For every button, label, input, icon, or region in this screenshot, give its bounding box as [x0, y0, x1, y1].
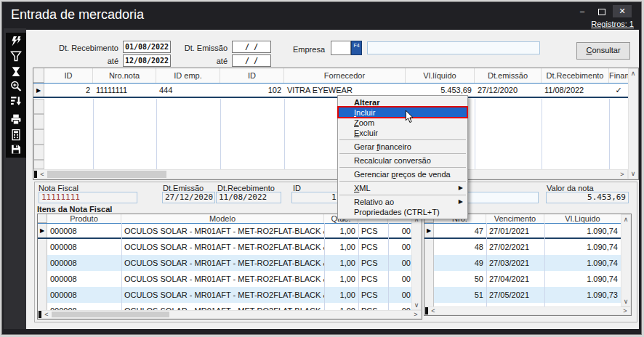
cell-un: PCS — [358, 255, 388, 271]
menu-item-propriedades[interactable]: Propriedades (CTRL+T) — [338, 207, 467, 217]
main-grid-header-fornecedor[interactable]: Fornecedor — [284, 68, 406, 83]
main-grid-header-id-emp[interactable]: ID emp. — [156, 68, 220, 83]
items-row-partial[interactable]: 000008 OCULOS SOLAR - MR01AFT - MET-RO2F… — [38, 303, 411, 310]
menu-item-excluir[interactable]: Excluir — [338, 128, 467, 138]
submenu-arrow-icon: ▶ — [459, 197, 463, 207]
items-header-produto[interactable]: Produto — [47, 214, 121, 223]
row-selector — [424, 239, 434, 255]
scroll-up-arrow[interactable]: ∧ — [629, 70, 637, 77]
row-selector — [424, 287, 434, 303]
row-marker: ▶ — [38, 224, 47, 237]
save-icon[interactable] — [9, 143, 23, 155]
scroll-down-arrow[interactable]: ∨ — [413, 301, 420, 309]
cell-nro: 50 — [434, 271, 486, 287]
scroll-left-arrow[interactable]: < — [43, 311, 50, 318]
itens-da-nota-fiscal-label: Itens da Nota Fiscal — [37, 205, 112, 214]
empresa-code-input[interactable] — [331, 41, 351, 55]
consultar-button[interactable]: Consultar — [576, 42, 630, 60]
cell-vl: 00 — [388, 224, 411, 237]
cell-modelo: OCULOS SOLAR - MR01AFT - MET-RO2FLAT-BLA… — [121, 303, 324, 310]
refresh-icon[interactable] — [9, 36, 23, 48]
main-grid-header-id[interactable]: ID — [44, 68, 93, 83]
empresa-f4-button[interactable]: F4 — [351, 41, 362, 55]
items-vscrollbar — [411, 214, 422, 310]
parcels-header-vl-liquido[interactable]: Vl.Liquido — [544, 214, 621, 223]
scroll-left-arrow[interactable]: < — [39, 171, 46, 178]
close-button[interactable]: ✕ — [613, 5, 632, 17]
parcels-row[interactable]: 48 27/02/2021 1.090,74 — [424, 239, 621, 255]
dt-emissao-ate-input[interactable]: / / — [232, 54, 271, 67]
main-grid-row-selected[interactable]: ▶ 2 11111111 444 102 VITRA EYEWEAR 5.453… — [33, 83, 628, 98]
parcels-row[interactable]: 50 27/04/2021 1.090,74 — [424, 271, 621, 287]
cell-modelo: OCULOS SOLAR - MR01AFT - MET-RO2FLAT-BLA… — [121, 287, 324, 303]
nota-fiscal-field: 11111111 — [39, 192, 137, 203]
main-grid-header-dt-emissao[interactable]: Dt.emissão — [475, 68, 542, 83]
parcels-row[interactable]: 51 27/05/2021 1.090,73 — [424, 287, 621, 303]
maximize-icon — [598, 9, 605, 15]
empty-selector-cell — [33, 129, 44, 145]
scroll-right-arrow[interactable]: > — [412, 311, 419, 318]
detail-dt-recebimento-field: 11/08/2022 — [216, 192, 281, 203]
hourglass-icon[interactable] — [9, 65, 23, 78]
scroll-thumb[interactable] — [47, 171, 166, 178]
sort-export-icon[interactable] — [9, 94, 23, 107]
scroll-right-arrow[interactable]: > — [619, 171, 626, 178]
cell-finan-check: ✓ — [609, 84, 628, 97]
cell-id: 2 — [44, 84, 93, 97]
dt-recebimento-ate-input[interactable]: 12/08/2022 — [123, 54, 171, 67]
ate-label-1: até — [97, 57, 118, 65]
items-row[interactable]: 000008 OCULOS SOLAR - MR01AFT - MET-RO2F… — [38, 255, 411, 271]
items-row[interactable]: ▶ 000008 OCULOS SOLAR - MR01AFT - MET-RO… — [38, 223, 411, 239]
splitter-handle[interactable] — [34, 171, 37, 178]
menu-separator — [339, 153, 466, 154]
main-grid-header-nro-nota[interactable]: Nro.nota — [93, 68, 156, 83]
main-grid-header-id2[interactable]: ID — [220, 68, 284, 83]
cell-qtde: 1,00 — [324, 287, 358, 303]
scroll-down-arrow[interactable]: ∨ — [629, 170, 637, 177]
cell-dt-recebimento: 11/08/2022 — [542, 84, 609, 97]
dt-emissao-de-input[interactable]: / / — [232, 41, 271, 53]
items-row[interactable]: 000008 OCULOS SOLAR - MR01AFT - MET-RO2F… — [38, 287, 411, 303]
main-grid-header-finan[interactable]: Finan — [609, 68, 628, 83]
calculator-icon[interactable] — [9, 129, 23, 141]
menu-item-xml[interactable]: XML▶ — [338, 183, 467, 193]
splitter-handle[interactable] — [39, 311, 41, 318]
scroll-right-arrow[interactable]: > — [621, 307, 629, 314]
cell-un: PCS — [358, 224, 388, 237]
maximize-button[interactable] — [592, 5, 611, 17]
print-icon[interactable] — [9, 113, 23, 126]
scroll-left-arrow[interactable]: < — [430, 307, 437, 314]
menu-item-zoom[interactable]: Zoom — [338, 118, 467, 128]
scroll-up-arrow[interactable]: ∧ — [622, 216, 629, 223]
cell-modelo: OCULOS SOLAR - MR01AFT - MET-RO2FLAT-BLA… — [121, 255, 324, 271]
main-grid-vscrollbar — [628, 68, 638, 179]
cell-vl: 00 — [388, 271, 411, 287]
menu-item-recalcular-conversao[interactable]: Recalcular conversão — [338, 155, 467, 166]
minimize-button[interactable]: – — [573, 5, 592, 17]
parcels-row[interactable]: ▶ 47 27/01/2021 1.090,74 — [424, 223, 621, 239]
scroll-thumb[interactable] — [52, 312, 169, 317]
dt-recebimento-de-input[interactable]: 01/08/2022 — [123, 41, 171, 53]
menu-separator — [339, 139, 466, 140]
menu-item-gerenciar-precos[interactable]: Gerenciar preços de venda — [338, 169, 467, 179]
filter-icon[interactable] — [9, 50, 23, 62]
items-row[interactable]: 000008 OCULOS SOLAR - MR01AFT - MET-RO2F… — [38, 271, 411, 287]
cell-un: PCS — [358, 287, 388, 303]
items-row[interactable]: 000008 OCULOS SOLAR - MR01AFT - MET-RO2F… — [38, 239, 411, 255]
menu-item-relativo-ao[interactable]: Relativo ao▶ — [338, 197, 467, 207]
parcels-vscrollbar — [621, 214, 631, 306]
scroll-down-arrow[interactable]: ∨ — [622, 298, 629, 305]
registros-link[interactable]: Registros: 1 — [591, 20, 634, 28]
main-grid-header-vl-liquido[interactable]: Vl.líquido — [406, 68, 475, 83]
menu-separator — [339, 167, 466, 168]
splitter-handle[interactable] — [425, 307, 428, 314]
cell-qtde: 1,00 — [324, 239, 358, 255]
items-header-modelo[interactable]: Modelo — [121, 214, 324, 223]
cell-vl: 00 — [388, 255, 411, 271]
parcels-row[interactable]: 49 27/03/2021 1.090,74 — [424, 255, 621, 271]
cell-qtde: 1,00 — [324, 224, 358, 237]
parcels-header-vencimento[interactable]: Vencimento — [486, 214, 544, 223]
zoom-in-icon[interactable] — [9, 80, 23, 92]
menu-item-gerar-financeiro[interactable]: Gerar financeiro — [338, 142, 467, 152]
main-grid-header-dt-recebimento[interactable]: Dt.Recebimento — [542, 68, 609, 83]
